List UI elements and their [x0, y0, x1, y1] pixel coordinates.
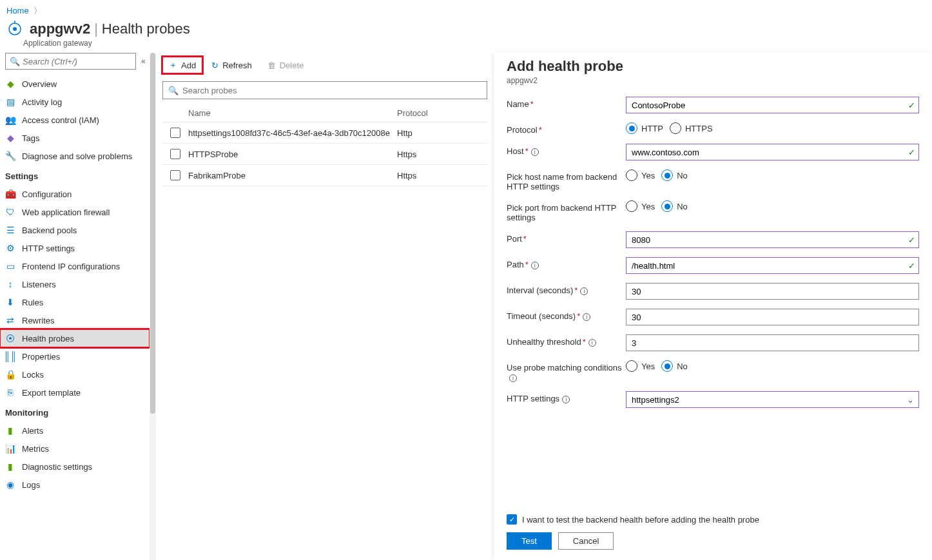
trash-icon: 🗑 [267, 61, 276, 70]
radio-pickport-no[interactable]: No [661, 200, 688, 212]
shield-icon: 🛡 [5, 207, 15, 217]
info-icon[interactable]: i [531, 262, 539, 269]
radio-https[interactable]: HTTPS [670, 122, 713, 134]
radio-pickhost-yes[interactable]: Yes [626, 169, 655, 181]
info-icon[interactable]: i [531, 148, 539, 156]
probe-search[interactable]: 🔍 [162, 81, 487, 99]
add-button[interactable]: ＋ Add [162, 57, 202, 73]
log-icon: ▤ [5, 97, 15, 107]
resource-type: Application gateway [23, 39, 932, 48]
nav-logs[interactable]: ◉Logs [0, 476, 150, 494]
valid-icon: ✓ [908, 261, 915, 271]
nav-group-monitoring: Monitoring [0, 401, 150, 421]
overview-icon: ◆ [5, 79, 15, 89]
label-use-matching: Use probe matching conditionsi [507, 360, 626, 382]
host-input[interactable] [626, 144, 919, 160]
nav-metrics[interactable]: 📊Metrics [0, 439, 150, 458]
nav-backend-pools[interactable]: ☰Backend pools [0, 221, 150, 239]
radio-match-no[interactable]: No [661, 360, 688, 372]
port-input[interactable] [626, 231, 919, 248]
lock-icon: 🔒 [5, 369, 15, 380]
info-icon[interactable]: i [588, 339, 596, 347]
nav-listeners[interactable]: ↕Listeners [0, 275, 150, 293]
nav-http-settings[interactable]: ⚙HTTP settings [0, 239, 150, 257]
nav-diagnostic-settings[interactable]: ▮Diagnostic settings [0, 458, 150, 476]
label-timeout: Timeout (seconds)*i [507, 309, 626, 321]
row-checkbox[interactable] [170, 128, 180, 138]
appgateway-icon [6, 21, 23, 37]
interval-input[interactable] [626, 283, 919, 300]
table-row[interactable]: HTTPSProbe Https [162, 144, 487, 165]
logs-icon: ◉ [5, 479, 15, 490]
cancel-button[interactable]: Cancel [558, 532, 614, 550]
radio-pickport-yes[interactable]: Yes [626, 200, 655, 212]
refresh-button[interactable]: ↻ Refresh [205, 58, 258, 73]
nav-rules[interactable]: ⬇Rules [0, 293, 150, 311]
nav-diagnose[interactable]: 🔧Diagnose and solve problems [0, 147, 150, 165]
test-checkbox[interactable]: ✓ [507, 514, 517, 525]
label-pick-port: Pick port from backend HTTP settings [507, 200, 626, 222]
rewrite-icon: ⇄ [5, 315, 15, 325]
alert-icon: ▮ [5, 425, 15, 436]
breadcrumb: Home 〉 [0, 0, 932, 19]
search-icon: 🔍 [168, 86, 179, 95]
row-checkbox[interactable] [170, 149, 180, 159]
delete-button[interactable]: 🗑 Delete [261, 58, 311, 73]
settings-icon: ⚙ [5, 243, 15, 253]
nav-waf[interactable]: 🛡Web application firewall [0, 203, 150, 221]
tag-icon: ◆ [5, 133, 15, 143]
nav-configuration[interactable]: 🧰Configuration [0, 185, 150, 203]
metrics-icon: 📊 [5, 443, 15, 454]
nav-scrollbar[interactable] [150, 53, 156, 560]
table-row[interactable]: httpsettings1008fd37c-46c5-43ef-ae4a-3db… [162, 122, 487, 144]
timeout-input[interactable] [626, 309, 919, 325]
panel-subtitle: appgwv2 [507, 76, 919, 85]
info-icon[interactable]: i [509, 374, 517, 382]
info-icon[interactable]: i [583, 313, 590, 321]
scroll-thumb[interactable] [150, 53, 155, 414]
nav-activity-log[interactable]: ▤Activity log [0, 93, 150, 111]
resource-name: appgwv2 [30, 21, 90, 37]
label-path: Path*i [507, 257, 626, 269]
probe-search-input[interactable] [182, 86, 481, 95]
probe-icon: ⦿ [5, 333, 15, 343]
radio-pickhost-no[interactable]: No [661, 169, 688, 181]
breadcrumb-home[interactable]: Home [6, 6, 29, 15]
nav-rewrites[interactable]: ⇄Rewrites [0, 311, 150, 329]
col-header-name[interactable]: Name [188, 108, 397, 118]
wrench-icon: 🔧 [5, 151, 15, 161]
nav-frontend-ip[interactable]: ▭Frontend IP configurations [0, 257, 150, 275]
label-name: Name* [507, 97, 626, 109]
row-checkbox[interactable] [170, 170, 180, 180]
http-settings-select[interactable] [626, 391, 919, 408]
nav-locks[interactable]: 🔒Locks [0, 365, 150, 383]
valid-icon: ✓ [908, 148, 915, 157]
pool-icon: ☰ [5, 225, 15, 235]
test-button[interactable]: Test [507, 532, 552, 550]
info-icon[interactable]: i [562, 396, 570, 403]
collapse-menu-button[interactable]: « [141, 57, 146, 66]
table-row[interactable]: FabrikamProbe Https [162, 165, 487, 186]
nav-export-template[interactable]: ⎘Export template [0, 383, 150, 401]
panel-title: Add health probe [507, 58, 919, 75]
nav-properties[interactable]: ║║Properties [0, 347, 150, 365]
col-header-protocol[interactable]: Protocol [397, 108, 487, 118]
valid-icon: ✓ [908, 101, 915, 110]
nav-alerts[interactable]: ▮Alerts [0, 421, 150, 439]
rules-icon: ⬇ [5, 297, 15, 307]
unhealthy-input[interactable] [626, 334, 919, 351]
menu-search[interactable]: 🔍 [5, 53, 136, 70]
radio-match-yes[interactable]: Yes [626, 360, 655, 372]
nav-overview[interactable]: ◆Overview [0, 75, 150, 93]
menu-search-input[interactable] [23, 57, 131, 66]
name-input[interactable] [626, 97, 919, 113]
nav-tags[interactable]: ◆Tags [0, 129, 150, 147]
info-icon[interactable]: i [580, 287, 588, 295]
nav-health-probes[interactable]: ⦿Health probes [0, 329, 150, 347]
nav-access-control[interactable]: 👥Access control (IAM) [0, 111, 150, 129]
chevron-right-icon: 〉 [34, 6, 42, 15]
label-unhealthy: Unhealthy threshold*i [507, 334, 626, 347]
path-input[interactable] [626, 257, 919, 274]
radio-http[interactable]: HTTP [626, 122, 663, 134]
label-protocol: Protocol* [507, 122, 626, 135]
